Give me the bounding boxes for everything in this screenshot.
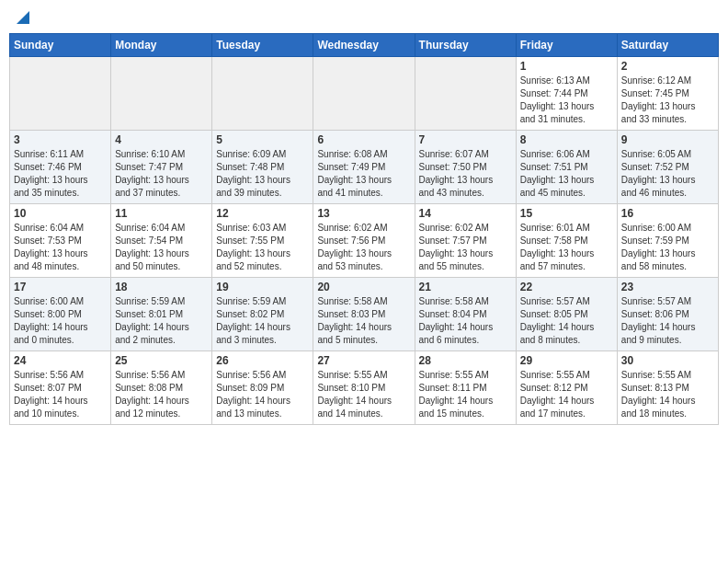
day-info: Sunrise: 5:55 AM Sunset: 8:13 PM Dayligh… <box>621 369 714 420</box>
day-info: Sunrise: 6:02 AM Sunset: 7:57 PM Dayligh… <box>419 222 512 273</box>
calendar-week-row: 1Sunrise: 6:13 AM Sunset: 7:44 PM Daylig… <box>10 57 719 131</box>
calendar-cell <box>212 57 313 131</box>
day-info: Sunrise: 6:09 AM Sunset: 7:48 PM Dayligh… <box>216 148 309 200</box>
day-number: 16 <box>621 207 714 220</box>
calendar-week-row: 17Sunrise: 6:00 AM Sunset: 8:00 PM Dayli… <box>10 278 719 351</box>
calendar-cell: 3Sunrise: 6:11 AM Sunset: 7:46 PM Daylig… <box>10 131 111 204</box>
day-info: Sunrise: 5:57 AM Sunset: 8:05 PM Dayligh… <box>520 295 613 347</box>
day-info: Sunrise: 6:06 AM Sunset: 7:51 PM Dayligh… <box>520 148 613 200</box>
day-info: Sunrise: 6:12 AM Sunset: 7:45 PM Dayligh… <box>621 75 714 126</box>
day-number: 1 <box>520 60 613 73</box>
day-info: Sunrise: 6:07 AM Sunset: 7:50 PM Dayligh… <box>419 148 512 200</box>
calendar-cell: 22Sunrise: 5:57 AM Sunset: 8:05 PM Dayli… <box>516 278 617 351</box>
svg-marker-0 <box>17 11 29 24</box>
day-info: Sunrise: 6:01 AM Sunset: 7:58 PM Dayligh… <box>520 222 613 273</box>
calendar-cell: 16Sunrise: 6:00 AM Sunset: 7:59 PM Dayli… <box>617 204 718 278</box>
calendar-cell: 23Sunrise: 5:57 AM Sunset: 8:06 PM Dayli… <box>617 278 718 351</box>
day-info: Sunrise: 6:02 AM Sunset: 7:56 PM Dayligh… <box>317 222 410 273</box>
calendar-day-header: Monday <box>111 34 212 57</box>
day-number: 9 <box>621 133 714 146</box>
day-info: Sunrise: 6:00 AM Sunset: 8:00 PM Dayligh… <box>14 295 107 347</box>
day-info: Sunrise: 6:00 AM Sunset: 7:59 PM Dayligh… <box>621 222 714 273</box>
calendar-cell: 24Sunrise: 5:56 AM Sunset: 8:07 PM Dayli… <box>10 351 111 425</box>
day-info: Sunrise: 5:58 AM Sunset: 8:03 PM Dayligh… <box>317 295 410 347</box>
day-info: Sunrise: 6:05 AM Sunset: 7:52 PM Dayligh… <box>621 148 714 200</box>
calendar-cell: 20Sunrise: 5:58 AM Sunset: 8:03 PM Dayli… <box>313 278 415 351</box>
logo-triangle-icon <box>15 9 31 26</box>
calendar-cell: 4Sunrise: 6:10 AM Sunset: 7:47 PM Daylig… <box>111 131 212 204</box>
calendar-week-row: 3Sunrise: 6:11 AM Sunset: 7:46 PM Daylig… <box>10 131 719 204</box>
day-info: Sunrise: 5:58 AM Sunset: 8:04 PM Dayligh… <box>419 295 512 347</box>
calendar-cell: 12Sunrise: 6:03 AM Sunset: 7:55 PM Dayli… <box>212 204 313 278</box>
day-info: Sunrise: 6:04 AM Sunset: 7:54 PM Dayligh… <box>115 222 208 273</box>
day-number: 26 <box>216 354 309 367</box>
day-number: 23 <box>621 281 714 293</box>
day-info: Sunrise: 5:55 AM Sunset: 8:11 PM Dayligh… <box>419 369 512 420</box>
day-number: 20 <box>317 281 410 293</box>
day-number: 29 <box>520 354 613 367</box>
calendar-cell: 9Sunrise: 6:05 AM Sunset: 7:52 PM Daylig… <box>617 131 718 204</box>
day-number: 11 <box>115 207 208 220</box>
day-info: Sunrise: 5:56 AM Sunset: 8:07 PM Dayligh… <box>14 369 107 420</box>
calendar-cell: 10Sunrise: 6:04 AM Sunset: 7:53 PM Dayli… <box>10 204 111 278</box>
day-info: Sunrise: 5:56 AM Sunset: 8:08 PM Dayligh… <box>115 369 208 420</box>
day-number: 6 <box>317 133 410 146</box>
calendar-cell: 8Sunrise: 6:06 AM Sunset: 7:51 PM Daylig… <box>516 131 617 204</box>
calendar-cell: 21Sunrise: 5:58 AM Sunset: 8:04 PM Dayli… <box>415 278 516 351</box>
day-number: 7 <box>419 133 512 146</box>
calendar-cell: 6Sunrise: 6:08 AM Sunset: 7:49 PM Daylig… <box>313 131 415 204</box>
day-number: 17 <box>14 281 107 293</box>
calendar-cell: 1Sunrise: 6:13 AM Sunset: 7:44 PM Daylig… <box>516 57 617 131</box>
day-info: Sunrise: 5:57 AM Sunset: 8:06 PM Dayligh… <box>621 295 714 347</box>
day-info: Sunrise: 6:11 AM Sunset: 7:46 PM Dayligh… <box>14 148 107 200</box>
day-info: Sunrise: 6:04 AM Sunset: 7:53 PM Dayligh… <box>14 222 107 273</box>
calendar-cell: 17Sunrise: 6:00 AM Sunset: 8:00 PM Dayli… <box>10 278 111 351</box>
calendar-week-row: 10Sunrise: 6:04 AM Sunset: 7:53 PM Dayli… <box>10 204 719 278</box>
calendar-cell: 19Sunrise: 5:59 AM Sunset: 8:02 PM Dayli… <box>212 278 313 351</box>
day-number: 5 <box>216 133 309 146</box>
calendar-day-header: Tuesday <box>212 34 313 57</box>
calendar-cell: 2Sunrise: 6:12 AM Sunset: 7:45 PM Daylig… <box>617 57 718 131</box>
day-number: 18 <box>115 281 208 293</box>
calendar-cell: 7Sunrise: 6:07 AM Sunset: 7:50 PM Daylig… <box>415 131 516 204</box>
calendar-cell: 27Sunrise: 5:55 AM Sunset: 8:10 PM Dayli… <box>313 351 415 425</box>
day-info: Sunrise: 6:08 AM Sunset: 7:49 PM Dayligh… <box>317 148 410 200</box>
day-info: Sunrise: 6:10 AM Sunset: 7:47 PM Dayligh… <box>115 148 208 200</box>
calendar-cell <box>10 57 111 131</box>
day-number: 25 <box>115 354 208 367</box>
calendar-cell: 11Sunrise: 6:04 AM Sunset: 7:54 PM Dayli… <box>111 204 212 278</box>
calendar-cell: 5Sunrise: 6:09 AM Sunset: 7:48 PM Daylig… <box>212 131 313 204</box>
day-info: Sunrise: 5:56 AM Sunset: 8:09 PM Dayligh… <box>216 369 309 420</box>
calendar-cell: 14Sunrise: 6:02 AM Sunset: 7:57 PM Dayli… <box>415 204 516 278</box>
calendar-cell: 18Sunrise: 5:59 AM Sunset: 8:01 PM Dayli… <box>111 278 212 351</box>
calendar-cell <box>415 57 516 131</box>
day-number: 15 <box>520 207 613 220</box>
calendar-day-header: Wednesday <box>313 34 415 57</box>
day-number: 8 <box>520 133 613 146</box>
calendar-cell: 30Sunrise: 5:55 AM Sunset: 8:13 PM Dayli… <box>617 351 718 425</box>
logo <box>13 9 31 26</box>
page-header <box>9 9 719 26</box>
calendar-header: SundayMondayTuesdayWednesdayThursdayFrid… <box>10 34 719 57</box>
header-row: SundayMondayTuesdayWednesdayThursdayFrid… <box>10 34 719 57</box>
calendar-table: SundayMondayTuesdayWednesdayThursdayFrid… <box>9 33 719 425</box>
day-info: Sunrise: 5:59 AM Sunset: 8:02 PM Dayligh… <box>216 295 309 347</box>
day-number: 22 <box>520 281 613 293</box>
day-number: 21 <box>419 281 512 293</box>
day-info: Sunrise: 5:55 AM Sunset: 8:10 PM Dayligh… <box>317 369 410 420</box>
calendar-cell: 13Sunrise: 6:02 AM Sunset: 7:56 PM Dayli… <box>313 204 415 278</box>
day-info: Sunrise: 6:13 AM Sunset: 7:44 PM Dayligh… <box>520 75 613 126</box>
calendar-cell: 25Sunrise: 5:56 AM Sunset: 8:08 PM Dayli… <box>111 351 212 425</box>
calendar-body: 1Sunrise: 6:13 AM Sunset: 7:44 PM Daylig… <box>10 57 719 425</box>
calendar-day-header: Friday <box>516 34 617 57</box>
calendar-day-header: Thursday <box>415 34 516 57</box>
day-number: 27 <box>317 354 410 367</box>
day-info: Sunrise: 6:03 AM Sunset: 7:55 PM Dayligh… <box>216 222 309 273</box>
day-number: 12 <box>216 207 309 220</box>
day-number: 10 <box>14 207 107 220</box>
calendar-day-header: Sunday <box>10 34 111 57</box>
day-info: Sunrise: 5:59 AM Sunset: 8:01 PM Dayligh… <box>115 295 208 347</box>
day-number: 3 <box>14 133 107 146</box>
day-info: Sunrise: 5:55 AM Sunset: 8:12 PM Dayligh… <box>520 369 613 420</box>
day-number: 30 <box>621 354 714 367</box>
